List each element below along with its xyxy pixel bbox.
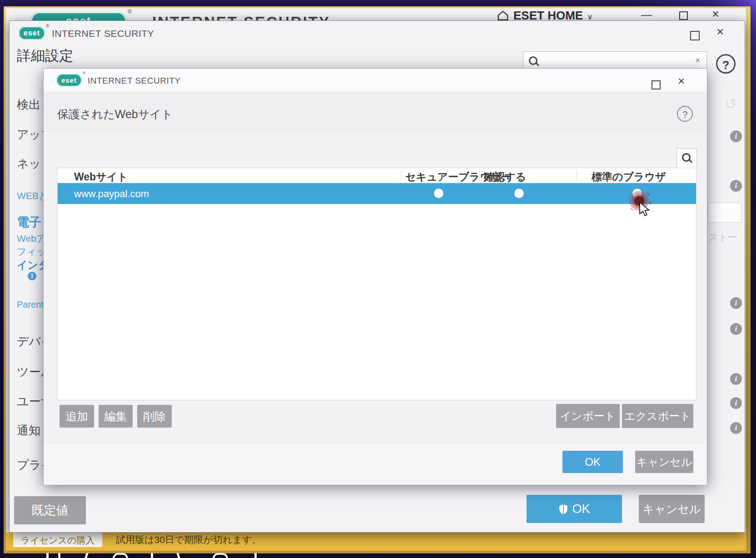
maximize-button[interactable] [690,31,700,40]
search-box: × [523,51,707,70]
info-icon[interactable]: i [730,422,742,434]
column-divider [577,170,577,181]
buy-license-button[interactable]: ライセンスの購入 [13,533,102,547]
window-brand-title: INTERNET SECURITY [52,28,154,39]
search-clear-icon[interactable]: × [695,55,700,65]
maximize-button[interactable] [679,11,688,20]
eset-home-menu-label: ESET HOME [513,9,583,20]
column-header-confirm[interactable]: 確認する [484,170,526,184]
defaults-button[interactable]: 既定値 [14,496,86,524]
registered-mark: ® [83,71,86,75]
maximize-button[interactable] [652,80,661,90]
notification-badge: 1 [28,272,36,280]
registered-mark: ® [46,24,49,29]
website-cell: www.paypal.com [74,188,149,200]
info-icon[interactable]: i [730,373,742,385]
dialog-footer: OK キャンセル [44,445,707,485]
help-button[interactable]: ? [716,54,736,74]
eset-logo: eset [19,26,45,40]
dialog-title: 保護されたWebサイト [57,107,173,122]
registered-mark: ® [128,9,132,15]
eset-logo-large: eset [31,12,126,20]
info-icon[interactable]: i [730,397,742,409]
desktop: eset ® INTERNET SECURITY ESET HOME ∨ — ×… [0,0,756,558]
info-icon[interactable]: i [730,297,742,309]
sidebar-item-parental[interactable]: Parent [17,299,44,310]
ok-button[interactable]: OK [562,451,623,473]
import-button[interactable]: インポート [556,404,620,428]
search-icon [682,153,691,162]
license-banner: ライセンスの購入 試用版は30日で期限が切れます。 [6,533,746,551]
radio-secure-browser[interactable] [434,189,443,198]
home-icon [497,10,509,20]
column-header-website[interactable]: Webサイト [74,170,128,184]
column-divider [401,170,401,181]
chevron-down-icon: ∨ [587,12,592,20]
sidebar-item-web-access[interactable]: Webア [17,232,46,245]
table-row-selected[interactable]: www.paypal.com [58,183,696,204]
dialog-brand-title: INTERNET SECURITY [88,76,181,86]
websites-table: Webサイト セキュアーブラウザー 確認する 標準のブラウザ www.paypa… [57,168,696,400]
trial-expiry-note: 試用版は30日で期限が切れます。 [116,533,261,546]
search-input[interactable] [542,54,689,68]
info-icon[interactable]: i [730,180,742,192]
help-button[interactable]: ? [677,106,693,122]
eset-logo: eset [56,74,82,87]
add-button[interactable]: 追加 [60,405,94,428]
uac-shield-icon [558,504,568,515]
sidebar-item-notifications[interactable]: 通知 [17,423,40,438]
ok-button[interactable]: OK [527,495,622,523]
eset-home-titlebar: eset ® INTERNET SECURITY ESET HOME ∨ — × [6,8,746,20]
column-header-default-browser[interactable]: 標準のブラウザ [592,170,666,184]
mouse-cursor [639,202,651,219]
radio-confirm[interactable] [514,189,524,198]
info-icon[interactable]: i [730,130,742,142]
export-button[interactable]: エクスポート [622,404,693,428]
search-icon [529,56,537,65]
disabled-text-sliver: ストー [708,231,737,244]
edit-button[interactable]: 編集 [99,405,133,428]
column-divider [479,170,480,181]
close-button[interactable]: × [712,8,719,20]
close-button[interactable]: × [716,25,724,39]
table-search-button[interactable] [676,148,697,168]
info-icon[interactable]: i [730,323,742,335]
close-button[interactable]: × [678,74,685,88]
delete-button[interactable]: 削除 [137,405,172,428]
undo-icon[interactable]: ↻ [725,95,737,113]
eset-home-menu[interactable]: ESET HOME ∨ [497,9,593,20]
page-title: 詳細設定 [17,46,73,65]
protected-websites-dialog: eset ® INTERNET SECURITY × 保護されたWebサイト ?… [43,68,707,484]
minimize-button[interactable]: — [641,8,652,20]
background-letter-fragments [41,553,313,558]
cancel-button[interactable]: キャンセル [635,451,693,473]
home-brand-title-clipped: INTERNET SECURITY [152,14,330,20]
cancel-button[interactable]: キャンセル [639,495,705,523]
ok-button-label: OK [572,502,590,516]
sidebar-item-email[interactable]: 電子 [17,214,41,230]
sidebar-item-detection[interactable]: 検出 [17,97,40,113]
hidden-control-sliver [708,203,741,223]
